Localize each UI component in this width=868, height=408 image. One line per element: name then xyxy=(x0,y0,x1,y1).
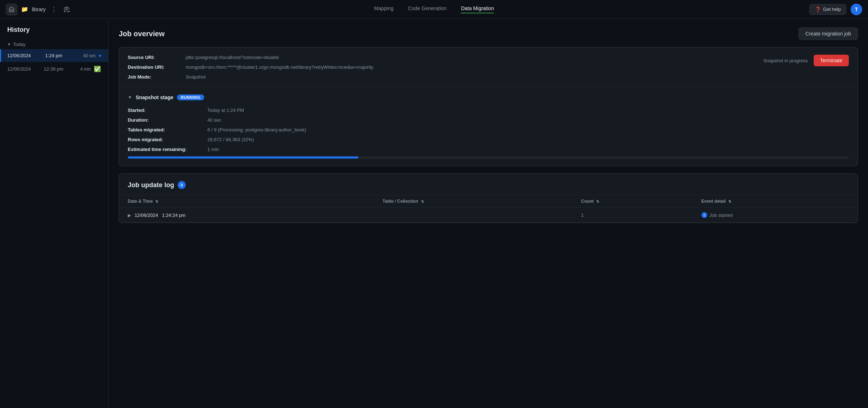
topnav: 📁 library ⋮ Mapping Code Generation Data… xyxy=(0,0,868,19)
collapse-icon[interactable]: ▼ xyxy=(128,95,132,100)
terminate-button[interactable]: Terminate xyxy=(814,55,849,66)
log-title: Job update log xyxy=(128,181,174,189)
rows-row: Rows migrated: 28,672 / 88,363 (32%) xyxy=(128,137,849,142)
job-card: Source URI: jdbc:postgresql://localhost/… xyxy=(119,47,858,166)
get-help-button[interactable]: ❓ Get help xyxy=(809,4,846,15)
log-row-1-event: i Job started xyxy=(693,208,858,223)
snapshot-stage-title: Snapshot stage xyxy=(136,94,173,100)
tab-data-migration[interactable]: Data Migration xyxy=(461,5,494,13)
snapshot-stage-section: ▼ Snapshot stage RUNNING Started: Today … xyxy=(119,87,858,166)
col-event-detail[interactable]: Event detail ⇅ xyxy=(693,195,858,208)
sort-icon-date: ⇅ xyxy=(155,199,158,203)
source-uri-row: Source URI: jdbc:postgresql://localhost/… xyxy=(128,55,747,60)
page-header: Job overview Create migration job xyxy=(119,28,858,40)
tab-mapping[interactable]: Mapping xyxy=(374,5,393,13)
topnav-center: Mapping Code Generation Data Migration xyxy=(374,5,494,13)
job-mode-row: Job Mode: Snapshot xyxy=(128,74,747,80)
row-expand-icon[interactable]: ▶ xyxy=(128,213,131,218)
stage-details: Started: Today at 1:24 PM Duration: 40 s… xyxy=(128,108,849,152)
progress-bar-fill xyxy=(128,156,358,159)
job-status-area: Snapshot in progress Terminate xyxy=(747,55,849,66)
duration-row: Duration: 40 sec xyxy=(128,117,849,123)
history-item-1[interactable]: 12/06/2024 1:24 pm 40 sec xyxy=(0,49,108,62)
sort-icon-count: ⇅ xyxy=(596,199,599,203)
history-item-2[interactable]: 12/06/2024 12:39 pm 4 min ✅ xyxy=(0,62,108,76)
running-badge: RUNNING xyxy=(177,94,204,100)
item-1-duration: 40 sec xyxy=(83,53,96,58)
help-icon: ❓ xyxy=(815,7,821,12)
tab-code-generation[interactable]: Code Generation xyxy=(408,5,447,13)
item-1-badge xyxy=(99,55,101,57)
main-layout: History ▼ Today 12/06/2024 1:24 pm 40 se… xyxy=(0,19,868,408)
topnav-left: 📁 library ⋮ xyxy=(6,4,100,15)
more-button[interactable]: ⋮ xyxy=(49,4,59,15)
duration-value: 40 sec xyxy=(207,117,221,123)
duration-label: Duration: xyxy=(128,117,207,123)
item-1-time: 1:24 pm xyxy=(45,53,80,58)
job-mode-label: Job Mode: xyxy=(128,74,186,80)
event-text: Job started xyxy=(709,213,733,218)
content-area: Job overview Create migration job Source… xyxy=(109,19,868,408)
dest-uri-value: mongodb+srv://tom:*****@cluster1.vzjyr.m… xyxy=(186,64,373,70)
sort-icon-table: ⇅ xyxy=(421,199,424,203)
item-2-check: ✅ xyxy=(94,66,101,72)
home-button[interactable] xyxy=(6,4,17,15)
log-row-1-time: 1:24:24 pm xyxy=(162,213,186,218)
job-mode-value: Snapshot xyxy=(186,74,206,80)
page-title: Job overview xyxy=(119,30,165,38)
eta-row: Estimated time remaining: 1 min xyxy=(128,147,849,152)
col-table-collection[interactable]: Table / Collection ⇅ xyxy=(374,195,573,208)
item-2-duration: 4 min xyxy=(80,67,91,72)
stage-header: ▼ Snapshot stage RUNNING xyxy=(128,94,849,100)
source-uri-label: Source URI: xyxy=(128,55,186,60)
job-info: Source URI: jdbc:postgresql://localhost/… xyxy=(128,55,747,80)
dest-uri-label: Destination URI: xyxy=(128,64,186,70)
folder-icon: 📁 xyxy=(21,6,28,13)
tables-label: Tables migrated: xyxy=(128,127,207,133)
create-migration-job-button[interactable]: Create migration job xyxy=(799,28,858,40)
item-2-date: 12/06/2024 xyxy=(7,66,41,72)
avatar: T xyxy=(851,4,862,15)
job-update-log: Job update log 0 Date & Time ⇅ Table / C… xyxy=(119,173,858,223)
chevron-down-icon: ▼ xyxy=(7,42,11,46)
log-row-1-datetime: ▶ 12/06/2024 1:24:24 pm xyxy=(119,208,374,223)
log-table: Date & Time ⇅ Table / Collection ⇅ Count… xyxy=(119,195,858,223)
eta-value: 1 min xyxy=(207,147,219,152)
progress-bar-container xyxy=(128,156,849,159)
sidebar: History ▼ Today 12/06/2024 1:24 pm 40 se… xyxy=(0,19,109,408)
log-count-badge: 0 xyxy=(178,181,186,189)
snapshot-in-progress-text: Snapshot in progress xyxy=(763,58,808,63)
source-uri-value: jdbc:postgresql://localhost/?sslmode=dis… xyxy=(186,55,279,60)
today-label: Today xyxy=(13,42,26,47)
log-row-1-count: 1 xyxy=(572,208,692,223)
job-card-header: Source URI: jdbc:postgresql://localhost/… xyxy=(119,47,858,87)
sort-icon-event: ⇅ xyxy=(728,199,731,203)
started-value: Today at 1:24 PM xyxy=(207,108,244,113)
col-date-time[interactable]: Date & Time ⇅ xyxy=(119,195,374,208)
log-header: Job update log 0 xyxy=(119,174,858,189)
sidebar-title: History xyxy=(0,26,108,39)
item-1-date: 12/06/2024 xyxy=(7,53,42,58)
settings-button[interactable] xyxy=(62,5,71,14)
started-label: Started: xyxy=(128,108,207,113)
rows-value: 28,672 / 88,363 (32%) xyxy=(207,137,254,142)
log-row-1-date: 12/06/2024 xyxy=(135,213,158,218)
info-icon: i xyxy=(701,212,707,218)
eta-label: Estimated time remaining: xyxy=(128,147,207,152)
sidebar-today-section[interactable]: ▼ Today xyxy=(0,39,108,49)
tables-value: 6 / 9 (Processing: postgres.library.auth… xyxy=(207,127,306,133)
rows-label: Rows migrated: xyxy=(128,137,207,142)
dest-uri-row: Destination URI: mongodb+srv://tom:*****… xyxy=(128,64,747,70)
started-row: Started: Today at 1:24 PM xyxy=(128,108,849,113)
get-help-label: Get help xyxy=(823,7,841,12)
event-detail-cell: i Job started xyxy=(701,212,849,218)
tables-row: Tables migrated: 6 / 9 (Processing: post… xyxy=(128,127,849,133)
topnav-right: ❓ Get help T xyxy=(809,4,862,15)
log-row-1-table xyxy=(374,208,573,223)
project-name: library xyxy=(32,7,46,12)
col-count[interactable]: Count ⇅ xyxy=(572,195,692,208)
item-2-time: 12:39 pm xyxy=(44,66,77,72)
log-table-header-row: Date & Time ⇅ Table / Collection ⇅ Count… xyxy=(119,195,858,208)
log-row-1: ▶ 12/06/2024 1:24:24 pm 1 i Job started xyxy=(119,208,858,223)
